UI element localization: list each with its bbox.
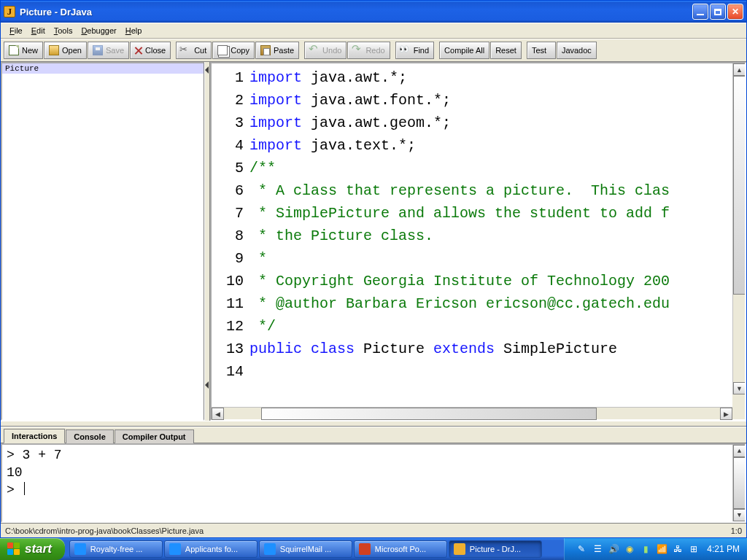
file-list-pane: Picture [1, 62, 204, 421]
taskbar-clock[interactable]: 4:21 PM [707, 544, 740, 554]
tray-icon[interactable]: ☰ [592, 543, 603, 555]
interactions-line: 10 [7, 464, 740, 481]
javadoc-button[interactable]: Javadoc [557, 42, 597, 59]
copy-button[interactable]: Copy [212, 42, 255, 59]
close-button[interactable]: ✕ [727, 4, 743, 20]
tab-console[interactable]: Console [66, 429, 113, 443]
menu-debugger[interactable]: Debugger [77, 25, 120, 36]
taskbar-item-label: Picture - DrJ... [470, 545, 521, 553]
taskbar-item[interactable]: Microsoft Po... [354, 540, 447, 558]
tray-icon[interactable]: ▮ [640, 543, 651, 555]
start-button[interactable]: start [0, 538, 65, 560]
undo-icon [309, 45, 320, 55]
taskbar-item-label: Microsoft Po... [375, 545, 426, 553]
scroll-right-icon[interactable]: ▶ [720, 408, 732, 420]
titlebar[interactable]: J Picture - DrJava ✕ [1, 1, 746, 23]
taskbar-item-icon [264, 543, 276, 555]
new-icon [9, 45, 19, 55]
bottom-panel: Interactions Console Compiler Output > 3… [1, 427, 746, 537]
close-icon [135, 47, 142, 54]
taskbar-item-label: Royalty-free ... [90, 545, 143, 553]
taskbar-item[interactable]: Picture - DrJ... [449, 540, 542, 558]
editor-horizontal-scrollbar[interactable]: ◀ ▶ [212, 407, 732, 419]
menu-tools[interactable]: Tools [50, 25, 77, 36]
start-label: start [25, 542, 52, 556]
save-icon [93, 45, 103, 55]
taskbar-item-icon [359, 543, 371, 555]
vertical-splitter[interactable] [204, 62, 210, 421]
toolbar: New Open Save Close Cut Copy Paste Undo … [1, 39, 746, 62]
bottom-tabs: Interactions Console Compiler Output [1, 427, 746, 443]
scroll-down-icon[interactable]: ▼ [733, 509, 746, 521]
workarea: Picture 1234567891011121314 import java.… [1, 62, 746, 537]
save-button[interactable]: Save [88, 42, 129, 59]
scroll-up-icon[interactable]: ▲ [733, 445, 746, 457]
file-item-picture[interactable]: Picture [2, 63, 204, 74]
tray-icon[interactable]: ✎ [576, 543, 587, 555]
interactions-pane[interactable]: > 3 + 7 10 > ▲ ▼ [1, 443, 746, 523]
interactions-vertical-scrollbar[interactable]: ▲ ▼ [732, 445, 745, 521]
window-controls: ✕ [692, 4, 743, 20]
taskbar-item[interactable]: Royalty-free ... [69, 540, 163, 558]
editor[interactable]: 1234567891011121314 import java.awt.*;im… [212, 63, 745, 407]
status-cursor-pos: 1:0 [731, 526, 742, 535]
tray-volume-icon[interactable]: 🔊 [608, 543, 619, 555]
open-icon [49, 45, 59, 55]
redo-icon [352, 45, 363, 55]
reset-button[interactable]: Reset [490, 42, 522, 59]
line-gutter: 1234567891011121314 [212, 63, 248, 407]
new-button[interactable]: New [4, 42, 43, 59]
taskbar-item-icon [169, 543, 181, 555]
tray-icon[interactable]: ⊞ [688, 543, 700, 555]
status-path: C:\book\cdrom\intro-prog-java\bookClasse… [5, 526, 204, 535]
editor-split: Picture 1234567891011121314 import java.… [1, 62, 746, 421]
scroll-thumb[interactable] [261, 408, 597, 420]
undo-button[interactable]: Undo [304, 42, 347, 59]
paste-button[interactable]: Paste [255, 42, 299, 59]
taskbar-item[interactable]: Applicants fo... [164, 540, 258, 558]
taskbar-item-icon [454, 543, 465, 555]
window-title: Picture - DrJava [20, 7, 692, 18]
interactions-line: > 3 + 7 [7, 446, 740, 464]
tab-compiler-output[interactable]: Compiler Output [115, 429, 194, 443]
minimize-button[interactable] [692, 4, 708, 20]
cut-button[interactable]: Cut [176, 42, 212, 59]
taskbar-item[interactable]: SquirrelMail ... [259, 540, 352, 558]
tray-network-icon[interactable]: 🖧 [672, 543, 684, 555]
scroll-up-icon[interactable]: ▲ [733, 63, 745, 76]
redo-button[interactable]: Redo [347, 42, 390, 59]
copy-icon [217, 45, 228, 55]
interactions-prompt: > [7, 481, 740, 499]
horizontal-splitter[interactable] [1, 421, 746, 427]
maximize-button[interactable] [710, 4, 726, 20]
cut-icon [181, 45, 191, 55]
taskbar-item-icon [74, 543, 86, 555]
scroll-thumb[interactable] [733, 457, 746, 509]
menu-help[interactable]: Help [121, 25, 147, 36]
test-button[interactable]: Test [527, 42, 556, 59]
collapse-left-icon[interactable] [205, 381, 209, 389]
editor-vertical-scrollbar[interactable]: ▲ ▼ [732, 63, 745, 407]
caret-icon [24, 482, 25, 495]
app-window: J Picture - DrJava ✕ File Edit Tools Deb… [0, 0, 747, 538]
compile-all-button[interactable]: Compile All [439, 42, 489, 59]
open-button[interactable]: Open [44, 42, 87, 59]
tab-interactions[interactable]: Interactions [4, 429, 65, 443]
scroll-thumb[interactable] [733, 76, 745, 295]
find-button[interactable]: Find [395, 42, 434, 59]
scroll-down-icon[interactable]: ▼ [733, 382, 745, 394]
collapse-left-icon[interactable] [205, 66, 209, 74]
statusbar: C:\book\cdrom\intro-prog-java\bookClasse… [1, 523, 746, 537]
menu-edit[interactable]: Edit [27, 25, 50, 36]
system-tray[interactable]: ✎ ☰ 🔊 ◉ ▮ 📶 🖧 ⊞ 4:21 PM [564, 538, 747, 560]
tray-shield-icon[interactable]: ◉ [624, 543, 635, 555]
taskbar: start Royalty-free ...Applicants fo...Sq… [0, 538, 747, 560]
scroll-left-icon[interactable]: ◀ [212, 408, 224, 420]
code-area[interactable]: import java.awt.*;import java.awt.font.*… [248, 63, 732, 407]
paste-icon [260, 45, 271, 55]
close-file-button[interactable]: Close [130, 42, 171, 59]
tray-signal-icon[interactable]: 📶 [656, 543, 667, 555]
menu-file[interactable]: File [5, 25, 27, 36]
app-icon: J [4, 6, 15, 18]
file-list[interactable]: Picture [2, 63, 204, 419]
